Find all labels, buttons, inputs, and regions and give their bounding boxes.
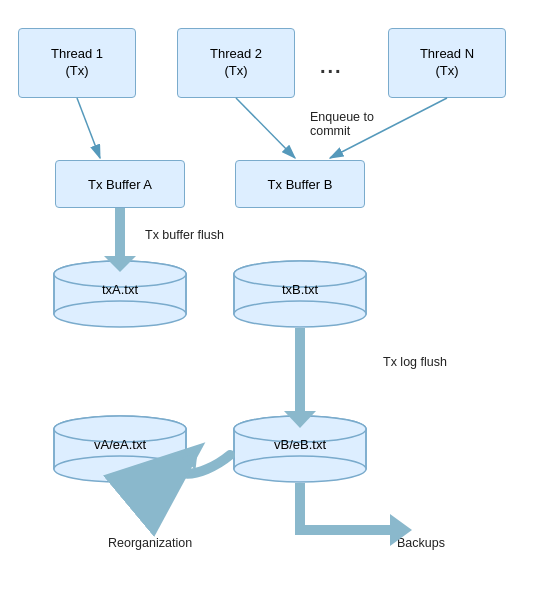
- vAeA-cylinder: vA/eA.txt: [50, 415, 190, 483]
- svg-line-26: [77, 98, 100, 158]
- svg-point-4: [54, 301, 186, 327]
- threadN-label-line2: (Tx): [435, 63, 458, 80]
- thread2-label-line1: Thread 2: [210, 46, 262, 63]
- thread1-box: Thread 1 (Tx): [18, 28, 136, 98]
- thread2-label-line2: (Tx): [224, 63, 247, 80]
- tx-buffer-flush-label: Tx buffer flush: [145, 228, 224, 242]
- vAeA-label: vA/eA.txt: [50, 437, 190, 452]
- threadN-label-line1: Thread N: [420, 46, 474, 63]
- thread1-label-line1: Thread 1: [51, 46, 103, 63]
- enqueue-label: Enqueue to commit: [310, 110, 374, 138]
- buffer-b-label: Tx Buffer B: [268, 177, 333, 192]
- thread2-box: Thread 2 (Tx): [177, 28, 295, 98]
- reorganization-label: Reorganization: [108, 536, 192, 550]
- buffer-a-label: Tx Buffer A: [88, 177, 152, 192]
- svg-line-27: [236, 98, 295, 158]
- vBeB-cylinder: vB/eB.txt: [230, 415, 370, 483]
- svg-point-22: [234, 456, 366, 482]
- svg-point-10: [234, 301, 366, 327]
- diagram: Thread 1 (Tx) Thread 2 (Tx) ... Thread N…: [0, 0, 535, 597]
- txB-cylinder: txB.txt: [230, 260, 370, 328]
- tx-log-flush-label: Tx log flush: [383, 355, 447, 369]
- thread1-label-line2: (Tx): [65, 63, 88, 80]
- dots-separator: ...: [320, 55, 343, 78]
- txA-cylinder: txA.txt: [50, 260, 190, 328]
- vBeB-label: vB/eB.txt: [230, 437, 370, 452]
- svg-point-16: [54, 456, 186, 482]
- buffer-b-box: Tx Buffer B: [235, 160, 365, 208]
- buffer-a-box: Tx Buffer A: [55, 160, 185, 208]
- backups-label: Backups: [397, 536, 445, 550]
- threadN-box: Thread N (Tx): [388, 28, 506, 98]
- txB-label: txB.txt: [230, 282, 370, 297]
- txA-label: txA.txt: [50, 282, 190, 297]
